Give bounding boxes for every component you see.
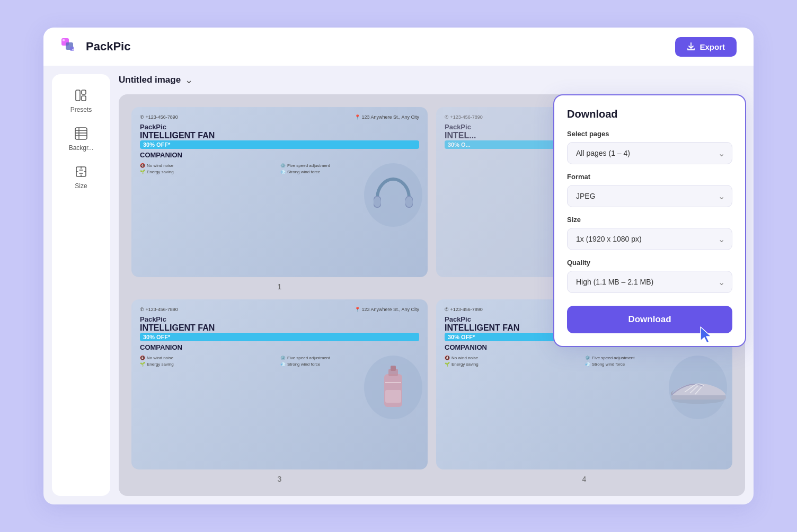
grid-cell-1: ✆ +123-456-7890 📍 123 Anywhere St., Any … [131, 107, 428, 291]
headphone-graphic [369, 174, 417, 216]
pages-field-group: Select pages All pages (1 – 4) Page 1 Pa… [567, 130, 732, 164]
svg-rect-30 [391, 366, 396, 371]
svg-point-23 [405, 197, 413, 207]
sneaker-graphic [669, 369, 727, 406]
logo-area: PackPic [60, 37, 130, 56]
svg-rect-8 [75, 128, 87, 139]
pages-select-wrapper: All pages (1 – 4) Page 1 Page 2 Page 3 P… [567, 142, 732, 164]
sidebar-item-background[interactable]: Backgr... [59, 121, 103, 157]
quality-select-wrapper: High (1.1 MB – 2.1 MB) Medium (0.5 MB – … [567, 271, 732, 293]
cursor-pointer-icon [697, 326, 716, 345]
svg-rect-34 [671, 395, 726, 400]
card-1-product [364, 118, 422, 272]
title-dropdown-button[interactable]: ⌄ [185, 74, 193, 86]
svg-rect-32 [385, 390, 401, 403]
svg-rect-4 [72, 49, 74, 50]
card-1-page: 1 [278, 282, 282, 291]
sidebar: Presets Backgr... [52, 74, 110, 496]
header: PackPic Export [43, 28, 754, 66]
svg-rect-31 [385, 382, 401, 383]
card-3-product [364, 310, 422, 464]
size-icon [74, 164, 88, 179]
download-btn-container: Download [567, 302, 732, 333]
background-label: Backgr... [69, 144, 94, 152]
card-1[interactable]: ✆ +123-456-7890 📍 123 Anywhere St., Any … [131, 107, 428, 277]
svg-marker-35 [701, 327, 711, 343]
app-window: PackPic Export Presets [43, 28, 754, 504]
panel-title: Download [567, 108, 732, 120]
export-button[interactable]: Export [675, 37, 737, 57]
svg-rect-7 [82, 96, 86, 101]
export-icon [687, 42, 695, 51]
format-select-wrapper: JPEG PNG PDF SVG ⌄ [567, 185, 732, 207]
main-content: Presets Backgr... [43, 66, 754, 504]
size-field-group: Size 1x (1920 x 1080 px) 2x (3840 x 2160… [567, 216, 732, 250]
card-3[interactable]: ✆ +123-456-7890 📍 123 Anywhere St., Any … [131, 299, 428, 469]
grid-cell-3: ✆ +123-456-7890 📍 123 Anywhere St., Any … [131, 299, 428, 483]
card-4-page: 4 [582, 475, 587, 483]
canvas-area: Untitled image ⌄ ✆ +123-456-7890 📍 123 A… [110, 66, 754, 504]
sidebar-item-presets[interactable]: Presets [59, 83, 103, 119]
app-name: PackPic [86, 40, 130, 54]
quality-select[interactable]: High (1.1 MB – 2.1 MB) Medium (0.5 MB – … [567, 271, 732, 293]
canvas-toolbar: Untitled image ⌄ [119, 74, 745, 86]
image-title: Untitled image [119, 75, 181, 85]
svg-rect-2 [70, 47, 74, 51]
size-label: Size [75, 182, 87, 190]
format-field-group: Format JPEG PNG PDF SVG ⌄ [567, 173, 732, 207]
format-label: Format [567, 173, 732, 181]
svg-rect-6 [82, 90, 86, 94]
background-icon [74, 126, 88, 141]
pages-select[interactable]: All pages (1 – 4) Page 1 Page 2 Page 3 P… [567, 142, 732, 164]
svg-rect-3 [63, 39, 65, 41]
size-select-wrapper: 1x (1920 x 1080 px) 2x (3840 x 2160 px) … [567, 228, 732, 250]
presets-icon [74, 88, 88, 103]
format-select[interactable]: JPEG PNG PDF SVG [567, 185, 732, 207]
svg-point-22 [374, 197, 381, 207]
svg-rect-5 [76, 90, 80, 101]
perfume-graphic [380, 363, 406, 411]
pages-label: Select pages [567, 130, 732, 138]
card-3-page: 3 [278, 475, 282, 483]
download-panel: Download Select pages All pages (1 – 4) … [554, 95, 745, 346]
quality-field-group: Quality High (1.1 MB – 2.1 MB) Medium (0… [567, 259, 732, 293]
presets-label: Presets [70, 106, 92, 113]
sidebar-item-size[interactable]: Size [59, 159, 103, 195]
quality-label: Quality [567, 259, 732, 267]
size-label: Size [567, 216, 732, 224]
logo-icon [60, 37, 79, 56]
size-select[interactable]: 1x (1920 x 1080 px) 2x (3840 x 2160 px) … [567, 228, 732, 250]
